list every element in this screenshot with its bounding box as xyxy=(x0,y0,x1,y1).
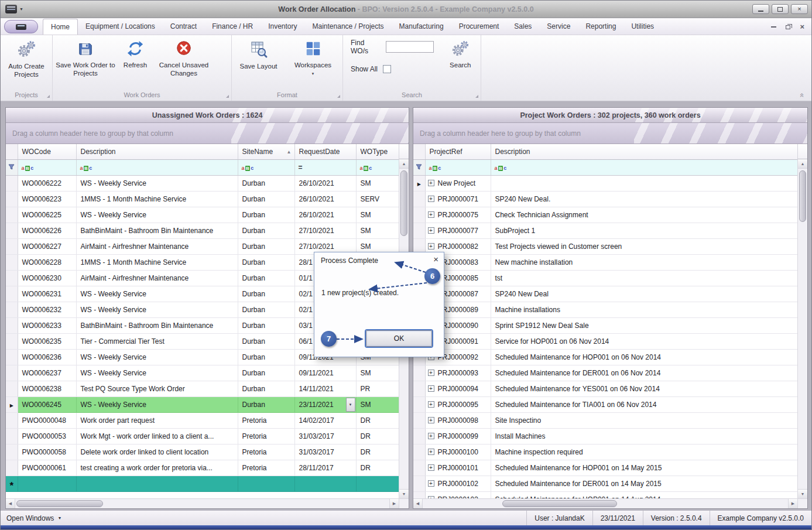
cell-requestdate[interactable]: 23/11/2021 xyxy=(294,396,356,412)
cell-sitename[interactable]: Durban xyxy=(238,302,294,317)
cell-description[interactable]: Test Projects viewed in Customer screen xyxy=(491,238,797,254)
project-row[interactable]: PRJ0000092 Scheduled Maintenance for HOP… xyxy=(413,349,797,365)
cell-sitename[interactable]: Pretoria xyxy=(238,412,294,428)
cell-description[interactable]: Install Machines xyxy=(491,428,797,444)
work-order-row[interactable]: WO0006226 BathBinMaint - Bathroom Bin Ma… xyxy=(6,223,399,238)
collapse-ribbon-icon[interactable]: « xyxy=(798,93,807,97)
cell-projectref[interactable]: PRJ0000071 xyxy=(425,191,491,207)
project-row[interactable]: PRJ0000090 Sprint SP1912 New Deal Sale xyxy=(413,317,797,333)
cell-requestdate[interactable]: 31/03/2017 xyxy=(294,428,356,444)
cell-wocode[interactable]: WO0006230 xyxy=(18,270,76,286)
cell-sitename[interactable]: Durban xyxy=(238,223,294,238)
work-order-row[interactable] xyxy=(6,476,399,491)
cell-description[interactable]: 1MMS - 1 Month Machine Service xyxy=(76,254,238,270)
project-row[interactable]: PRJ0000077 SubProject 1 xyxy=(413,223,797,238)
work-order-row[interactable]: WO0006222 WS - Weekly Service Durban 26/… xyxy=(6,175,399,191)
cell-sitename[interactable]: Durban xyxy=(238,175,294,191)
right-horizontal-scrollbar[interactable]: ◀ ▶ xyxy=(413,498,797,508)
cell-projectref[interactable]: PRJ0000098 xyxy=(425,412,491,428)
cell-sitename[interactable]: Durban xyxy=(238,317,294,333)
ok-button[interactable]: OK xyxy=(366,330,432,347)
cell-wocode[interactable] xyxy=(18,476,76,491)
right-vertical-scrollbar[interactable]: ▲ ▼ xyxy=(797,159,807,498)
cell-description[interactable]: WS - Weekly Service xyxy=(76,286,238,302)
cell-sitename[interactable]: Durban xyxy=(238,381,294,396)
cell-description[interactable]: SubProject 1 xyxy=(491,223,797,238)
work-order-row[interactable]: WO0006223 1MMS - 1 Month Machine Service… xyxy=(6,191,399,207)
cell-description[interactable]: SP240 New Deal xyxy=(491,286,797,302)
cell-sitename[interactable]: Durban xyxy=(238,207,294,223)
show-all-checkbox[interactable] xyxy=(383,65,391,73)
work-order-row[interactable]: PWO0000053 Work Mgt - work order linked … xyxy=(6,428,399,444)
ribbon-tab[interactable]: Manufacturing xyxy=(392,19,451,35)
work-order-row[interactable]: PWO0000058 Delete work order linked to c… xyxy=(6,444,399,460)
search-button[interactable]: Search xyxy=(442,38,479,71)
scroll-left-arrow[interactable]: ◀ xyxy=(413,499,423,508)
project-row[interactable]: PRJ0000098 Site Inspectino xyxy=(413,412,797,428)
expand-row-icon[interactable] xyxy=(428,211,434,218)
ribbon-tab[interactable]: Reporting xyxy=(578,19,623,35)
cell-wocode[interactable]: WO0006233 xyxy=(18,317,76,333)
maximize-button[interactable] xyxy=(772,4,789,14)
cell-description[interactable]: Machine installations xyxy=(491,302,797,317)
cell-wotype[interactable]: SM xyxy=(356,223,399,238)
cell-wocode[interactable]: WO0006227 xyxy=(18,238,76,254)
date-dropdown-button[interactable] xyxy=(346,398,355,412)
open-windows-button[interactable]: Open Windows ▼ xyxy=(1,514,67,522)
cell-wotype[interactable]: SM xyxy=(356,175,399,191)
filter-cell-description[interactable] xyxy=(76,159,238,175)
cell-requestdate[interactable]: 09/11/2021 xyxy=(294,365,356,381)
cell-projectref[interactable]: PRJ0000075 xyxy=(425,207,491,223)
project-row[interactable]: PRJ0000082 Test Projects viewed in Custo… xyxy=(413,238,797,254)
expand-row-icon[interactable] xyxy=(428,449,434,455)
close-button[interactable]: × xyxy=(791,4,808,14)
cell-description[interactable]: BathBinMaint - Bathroom Bin Maintenance xyxy=(76,223,238,238)
cell-requestdate[interactable]: 28/11/2017 xyxy=(294,460,356,476)
cell-requestdate[interactable]: 26/10/2021 xyxy=(294,175,356,191)
scroll-thumb[interactable] xyxy=(502,500,617,507)
cell-wocode[interactable]: PWO0000061 xyxy=(18,460,76,476)
scroll-thumb[interactable] xyxy=(400,170,407,236)
mdi-restore-icon[interactable] xyxy=(786,25,790,29)
cell-sitename[interactable] xyxy=(238,476,294,491)
cell-wotype[interactable]: SM xyxy=(356,365,399,381)
cell-description[interactable]: Test PQ Source Type Work Order xyxy=(76,381,238,396)
scroll-right-arrow[interactable]: ▶ xyxy=(788,499,797,508)
cell-sitename[interactable]: Pretoria xyxy=(238,428,294,444)
cell-description[interactable]: WS - Weekly Service xyxy=(76,175,238,191)
project-row[interactable]: PRJ0000083 New machine installation xyxy=(413,254,797,270)
column-header-requestdate[interactable]: RequestDate xyxy=(294,144,356,159)
work-order-row[interactable]: PWO0000048 Work order part request Preto… xyxy=(6,412,399,428)
cell-sitename[interactable]: Durban xyxy=(238,238,294,254)
cell-description[interactable]: Scheduled Maintenance for HOP001 on 14 M… xyxy=(491,460,797,476)
filter-cell-wocode[interactable] xyxy=(18,159,76,175)
cell-requestdate[interactable]: 26/10/2021 xyxy=(294,191,356,207)
cell-description[interactable]: WS - Weekly Service xyxy=(76,396,238,412)
mdi-close-icon[interactable]: × xyxy=(800,24,804,30)
cell-wocode[interactable]: WO0006237 xyxy=(18,365,76,381)
project-row[interactable]: PRJ0000100 Machine inspection required xyxy=(413,444,797,460)
cell-wocode[interactable]: PWO0000048 xyxy=(18,412,76,428)
project-row[interactable]: PRJ0000071 SP240 New Deal. xyxy=(413,191,797,207)
cell-description[interactable]: WS - Weekly Service xyxy=(76,349,238,365)
expand-row-icon[interactable] xyxy=(428,433,434,439)
expand-row-icon[interactable] xyxy=(428,480,434,487)
cell-sitename[interactable]: Durban xyxy=(238,333,294,349)
cell-wocode[interactable]: WO0006223 xyxy=(18,191,76,207)
cell-wocode[interactable]: PWO0000053 xyxy=(18,428,76,444)
application-menu-button[interactable] xyxy=(4,20,38,33)
scroll-down-arrow[interactable]: ▼ xyxy=(798,489,807,498)
expand-row-icon[interactable] xyxy=(428,243,434,249)
expand-row-icon[interactable] xyxy=(428,401,434,408)
cell-wocode[interactable]: WO0006235 xyxy=(18,333,76,349)
filter-cell-projectref[interactable] xyxy=(425,159,491,175)
cell-wocode[interactable]: WO0006236 xyxy=(18,349,76,365)
expand-row-icon[interactable] xyxy=(428,227,434,234)
cell-sitename[interactable]: Pretoria xyxy=(238,460,294,476)
project-row[interactable]: PRJ0000094 Scheduled Maintenance for YES… xyxy=(413,381,797,396)
cell-description[interactable]: Scheduled Maintenance for HOP001 on 06 N… xyxy=(491,349,797,365)
cell-description[interactable]: BathBinMaint - Bathroom Bin Maintenance xyxy=(76,317,238,333)
column-header-description[interactable]: Description xyxy=(76,144,238,159)
cell-requestdate[interactable]: 14/11/2021 xyxy=(294,381,356,396)
save-work-order-button[interactable]: Save Work Order to Projects xyxy=(54,38,117,79)
